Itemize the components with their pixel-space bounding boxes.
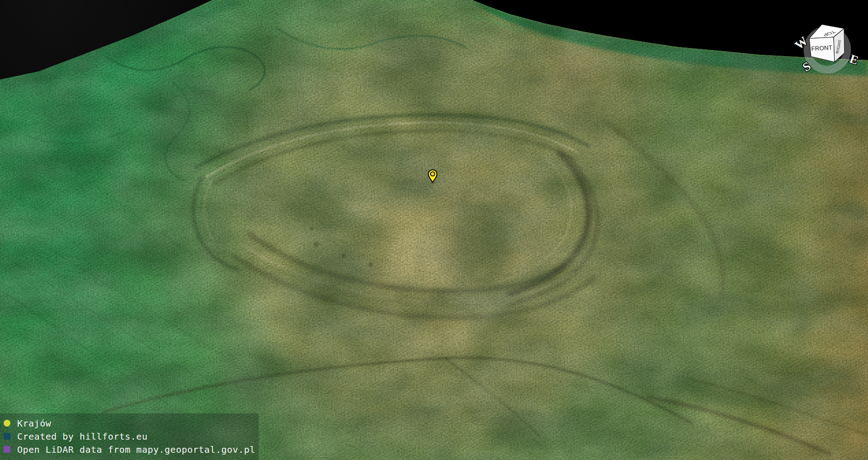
legend-swatch-square <box>4 446 10 453</box>
terrain-surface[interactable] <box>0 0 868 460</box>
legend: Krajów Created by hillforts.eu Open LiDA… <box>0 413 259 460</box>
legend-label: Created by hillforts.eu <box>17 431 147 442</box>
legend-label: Open LiDAR data from mapy.geoportal.gov.… <box>17 444 255 455</box>
marker-pin-hole <box>430 172 434 176</box>
texture-overlay <box>0 0 868 460</box>
legend-item-credit: Created by hillforts.eu <box>4 430 259 443</box>
lidar-terrain-viewer: W S E TOP FRONT RIGHT Krajów Created by … <box>0 0 868 460</box>
legend-item-marker: Krajów <box>4 417 259 430</box>
scene-canvas: W S E TOP FRONT RIGHT <box>0 0 868 460</box>
legend-swatch-square <box>4 433 10 440</box>
legend-label: Krajów <box>17 418 51 429</box>
legend-swatch-circle <box>4 420 10 427</box>
legend-item-data-source: Open LiDAR data from mapy.geoportal.gov.… <box>4 443 259 456</box>
